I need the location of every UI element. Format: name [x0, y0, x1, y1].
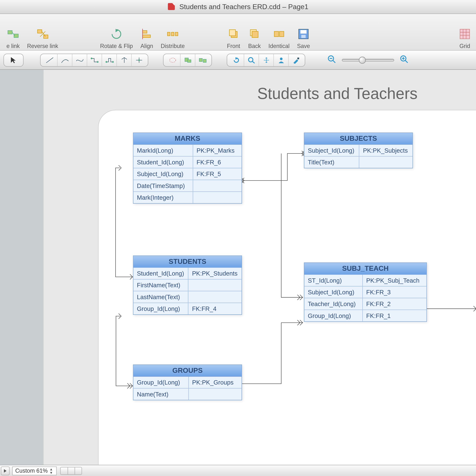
- front-label: Front: [227, 43, 240, 49]
- zoom-controls: [327, 54, 409, 66]
- elink-label: e link: [6, 43, 20, 49]
- zoom-out-button[interactable]: [327, 54, 337, 66]
- lasso-tool[interactable]: [165, 54, 180, 66]
- route-tool[interactable]: [102, 54, 116, 66]
- svg-rect-19: [301, 35, 306, 38]
- ribbon-toolbar: e link Reverse link Rotate & Flip Align …: [0, 14, 476, 51]
- svg-rect-37: [297, 57, 299, 59]
- canvas-workspace[interactable]: Students and Teachers MARKS: [0, 70, 476, 465]
- svg-rect-31: [199, 58, 202, 61]
- svg-point-23: [91, 57, 92, 59]
- reverselink-icon: [36, 27, 50, 41]
- diagram-paper: Students and Teachers MARKS: [44, 74, 476, 467]
- window-titlebar: Students and Teachers ERD.cdd – Page1: [0, 0, 476, 14]
- elink-button[interactable]: e link: [3, 27, 24, 49]
- svg-line-44: [405, 60, 408, 63]
- zoom-slider-knob[interactable]: [359, 56, 366, 64]
- zoom-step-up[interactable]: ▲: [50, 467, 56, 471]
- entity-subjteach[interactable]: SUBJ_TEACH ST_Id(Long)PK:PK_Subj_Teach S…: [304, 263, 427, 322]
- ortho-tool[interactable]: [87, 54, 102, 66]
- shape-tools[interactable]: [163, 53, 212, 66]
- svg-rect-14: [252, 32, 258, 37]
- view-mode-2[interactable]: [68, 467, 75, 474]
- distribute-button[interactable]: Distribute: [157, 27, 188, 49]
- pointer-tool[interactable]: [3, 53, 24, 66]
- align-button[interactable]: Align: [136, 27, 157, 49]
- entity-subjects[interactable]: SUBJECTS Subject_Id(Long)PK:PK_Subjects …: [304, 133, 413, 168]
- entity-subjects-rows: Subject_Id(Long)PK:PK_Subjects Title(Tex…: [304, 145, 413, 168]
- refresh-tool[interactable]: [229, 54, 244, 66]
- svg-rect-30: [187, 60, 191, 62]
- svg-line-40: [333, 60, 335, 63]
- svg-rect-8: [168, 32, 170, 36]
- align-label: Align: [141, 43, 153, 49]
- grid-icon: [458, 27, 472, 41]
- svg-point-25: [105, 61, 107, 63]
- svg-marker-45: [4, 469, 6, 473]
- zoom-in-button[interactable]: [399, 54, 409, 66]
- ungroup-tool[interactable]: [195, 54, 210, 66]
- distribute-icon: [166, 27, 180, 41]
- split-tool[interactable]: [116, 54, 131, 66]
- align-icon: [140, 27, 154, 41]
- svg-point-28: [170, 58, 176, 62]
- distribute-label: Distribute: [161, 43, 185, 49]
- entity-students[interactable]: STUDENTS Student_Id(Long)PK:PK_Students …: [133, 255, 242, 315]
- tool-toolbar: [0, 51, 476, 70]
- svg-rect-5: [142, 31, 147, 33]
- page-next-button[interactable]: [1, 466, 10, 475]
- view-mode-1[interactable]: [61, 467, 68, 474]
- spline-tool[interactable]: [72, 54, 87, 66]
- junction-tool[interactable]: [131, 54, 146, 66]
- elink-icon: [6, 27, 20, 41]
- reverselink-label: Reverse link: [27, 43, 58, 49]
- svg-rect-12: [229, 30, 235, 36]
- entity-groups[interactable]: GROUPS Group_Id(Long)PK:PK_Groups Name(T…: [133, 364, 242, 400]
- entity-marks[interactable]: MARKS MarkId(Long)PK:PK_Marks Student_Id…: [133, 133, 242, 204]
- svg-rect-9: [171, 32, 174, 36]
- back-label: Back: [248, 43, 261, 49]
- line-tool[interactable]: [42, 54, 57, 66]
- pan-tool[interactable]: [259, 54, 273, 66]
- entity-groups-header: GROUPS: [134, 365, 242, 377]
- back-button[interactable]: Back: [244, 27, 265, 49]
- view-tools[interactable]: [227, 53, 305, 66]
- eyedropper-tool[interactable]: [288, 54, 303, 66]
- svg-line-22: [46, 57, 53, 63]
- identical-button[interactable]: Identical: [265, 27, 293, 49]
- rotateflip-label: Rotate & Flip: [100, 43, 133, 49]
- person-tool[interactable]: [273, 54, 288, 66]
- arc-tool[interactable]: [57, 54, 72, 66]
- front-button[interactable]: Front: [223, 27, 244, 49]
- front-icon: [226, 27, 240, 41]
- grid-button[interactable]: Grid: [454, 27, 475, 49]
- zoom-slider[interactable]: [342, 59, 394, 61]
- identical-label: Identical: [269, 43, 290, 49]
- save-label: Save: [297, 43, 310, 49]
- zoom-step-down[interactable]: ▼: [50, 471, 56, 474]
- svg-rect-15: [274, 32, 279, 37]
- svg-rect-18: [301, 30, 306, 34]
- pointer-icon: [6, 54, 21, 66]
- svg-point-36: [280, 57, 282, 60]
- zoom-tool[interactable]: [244, 54, 259, 66]
- svg-point-24: [97, 61, 98, 63]
- rotateflip-button[interactable]: Rotate & Flip: [97, 27, 136, 49]
- svg-rect-32: [203, 59, 206, 62]
- svg-rect-16: [279, 32, 284, 37]
- svg-point-26: [112, 61, 113, 63]
- statusbar: Custom 61% ▲ ▼: [0, 465, 476, 476]
- entity-groups-rows: Group_Id(Long)PK:PK_Groups Name(Text): [134, 377, 242, 400]
- file-icon: [168, 3, 175, 10]
- entity-subjteach-header: SUBJ_TEACH: [304, 263, 426, 275]
- connector-tools[interactable]: [40, 53, 148, 66]
- svg-rect-2: [37, 30, 42, 33]
- window-title: Students and Teachers ERD.cdd – Page1: [179, 3, 308, 10]
- group-tool[interactable]: [180, 54, 195, 66]
- svg-line-35: [252, 61, 255, 63]
- zoom-field[interactable]: Custom 61% ▲ ▼: [12, 466, 57, 475]
- view-mode-3[interactable]: [75, 467, 82, 474]
- view-mode-buttons[interactable]: [60, 467, 82, 475]
- reverselink-button[interactable]: Reverse link: [24, 27, 62, 49]
- save-button[interactable]: Save: [293, 27, 314, 49]
